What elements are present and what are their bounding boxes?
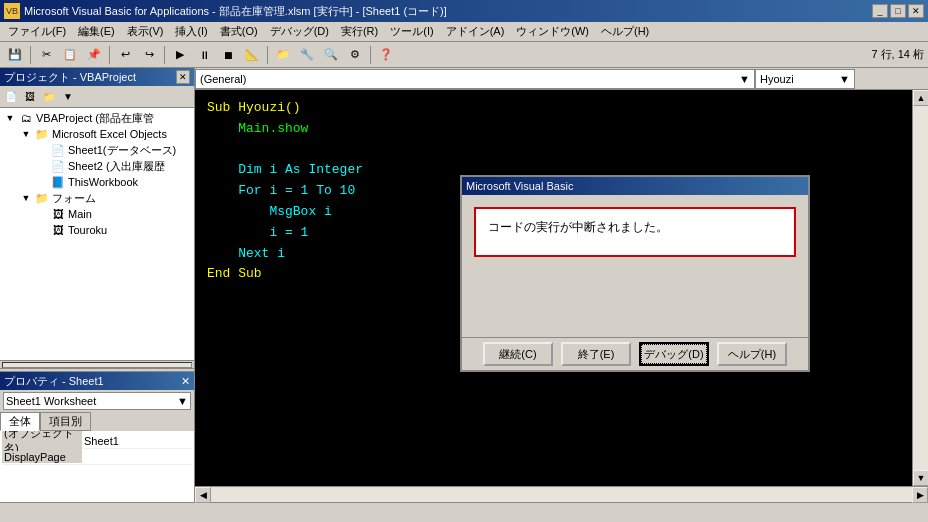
- tb-save[interactable]: 💾: [4, 45, 26, 65]
- menu-window[interactable]: ウィンドウ(W): [510, 23, 595, 40]
- properties-title-text: プロパティ - Sheet1: [4, 374, 104, 389]
- code-line-2: [207, 140, 900, 161]
- minimize-button[interactable]: _: [872, 4, 888, 18]
- tb-redo[interactable]: ↪: [138, 45, 160, 65]
- proc-dropdown[interactable]: Hyouzi ▼: [755, 69, 855, 89]
- tb-undo[interactable]: ↩: [114, 45, 136, 65]
- title-text: Microsoft Visual Basic for Applications …: [24, 4, 872, 19]
- toolbar: 💾 ✂ 📋 📌 ↩ ↪ ▶ ⏸ ⏹ 📐 📁 🔧 🔍 ⚙ ❓ 7 行, 14 桁: [0, 42, 928, 68]
- prop-row-1: DisplayPage: [2, 449, 192, 465]
- dialog-end-button[interactable]: 終了(E): [561, 342, 631, 366]
- tree-item-sheet2[interactable]: 📄 Sheet2 (入出庫履歴: [2, 158, 192, 174]
- properties-panel: プロパティ - Sheet1 ✕ Sheet1 Worksheet ▼ 全体 項…: [0, 372, 194, 502]
- tree-item-sheet1[interactable]: 📄 Sheet1(データベース): [2, 142, 192, 158]
- project-view-code[interactable]: 📄: [2, 88, 20, 106]
- menu-file[interactable]: ファイル(F): [2, 23, 72, 40]
- properties-panel-close[interactable]: ✕: [181, 375, 190, 388]
- project-view-object[interactable]: 🖼: [21, 88, 39, 106]
- tb-break[interactable]: ⏸: [193, 45, 215, 65]
- general-dropdown[interactable]: (General) ▼: [195, 69, 755, 89]
- close-button[interactable]: ✕: [908, 4, 924, 18]
- scroll-up-btn[interactable]: ▲: [913, 90, 928, 106]
- project-toggle-folders[interactable]: 📁: [40, 88, 58, 106]
- tree-exp-wb: [34, 174, 50, 190]
- menu-debug[interactable]: デバッグ(D): [264, 23, 335, 40]
- scroll-down-btn[interactable]: ▼: [913, 470, 928, 486]
- tree-item-thisworkbook[interactable]: 📘 ThisWorkbook: [2, 174, 192, 190]
- tree-expander-root: ▼: [2, 110, 18, 126]
- menu-edit[interactable]: 編集(E): [72, 23, 121, 40]
- properties-content: (オブジェクト名) Sheet1 DisplayPage: [0, 431, 194, 502]
- tree-icon-sheet2: 📄: [50, 158, 66, 174]
- project-scroll-down[interactable]: ▼: [59, 88, 77, 106]
- modal-dialog[interactable]: Microsoft Visual Basic コードの実行が中断されました。 継…: [460, 175, 810, 372]
- tree-icon-forms: 📁: [34, 190, 50, 206]
- proc-dropdown-arrow: ▼: [839, 73, 850, 85]
- status-bar: [0, 502, 928, 522]
- tb-sep4: [267, 46, 268, 64]
- tb-cut[interactable]: ✂: [35, 45, 57, 65]
- tb-projectex[interactable]: 📁: [272, 45, 294, 65]
- cursor-position: 7 行, 14 桁: [871, 47, 924, 62]
- menu-view[interactable]: 表示(V): [121, 23, 170, 40]
- code-scrollbar-h[interactable]: ◀ ▶: [195, 486, 928, 502]
- tb-help[interactable]: ❓: [375, 45, 397, 65]
- tree-exp-sheet1: [34, 142, 50, 158]
- prop-tab-category[interactable]: 項目別: [40, 412, 91, 431]
- tb-copy[interactable]: 📋: [59, 45, 81, 65]
- tree-label-touroku: Touroku: [66, 224, 107, 236]
- tree-label-sheet2: Sheet2 (入出庫履歴: [66, 159, 165, 174]
- left-panel: プロジェクト - VBAProject ✕ 📄 🖼 📁 ▼ ▼ 🗂 VBAPro…: [0, 68, 195, 502]
- scroll-track-v[interactable]: [913, 106, 928, 470]
- code-scrollbar-v[interactable]: ▲ ▼: [912, 90, 928, 486]
- tree-item-touroku[interactable]: 🖼 Touroku: [2, 222, 192, 238]
- project-tree[interactable]: ▼ 🗂 VBAProject (部品在庫管 ▼ 📁 Microsoft Exce…: [0, 108, 194, 360]
- menu-format[interactable]: 書式(O): [214, 23, 264, 40]
- menu-insert[interactable]: 挿入(I): [169, 23, 213, 40]
- tree-icon-root: 🗂: [18, 110, 34, 126]
- tb-objectbrowser[interactable]: 🔍: [320, 45, 342, 65]
- dialog-continue-button[interactable]: 継続(C): [483, 342, 553, 366]
- project-panel-title: プロジェクト - VBAProject ✕: [0, 68, 194, 86]
- menu-addins[interactable]: アドイン(A): [440, 23, 511, 40]
- tree-label-main: Main: [66, 208, 92, 220]
- tree-exp-main: [34, 206, 50, 222]
- scroll-right-btn[interactable]: ▶: [912, 487, 928, 503]
- tb-properties[interactable]: 🔧: [296, 45, 318, 65]
- tree-item-forms[interactable]: ▼ 📁 フォーム: [2, 190, 192, 206]
- modal-message: コードの実行が中断されました。: [474, 207, 796, 257]
- menu-tools[interactable]: ツール(I): [384, 23, 439, 40]
- tb-run[interactable]: ▶: [169, 45, 191, 65]
- tb-sep3: [164, 46, 165, 64]
- properties-panel-title: プロパティ - Sheet1 ✕: [0, 372, 194, 390]
- restore-button[interactable]: □: [890, 4, 906, 18]
- dialog-help-button[interactable]: ヘルプ(H): [717, 342, 787, 366]
- menu-help[interactable]: ヘルプ(H): [595, 23, 655, 40]
- properties-dropdown[interactable]: Sheet1 Worksheet ▼: [3, 392, 191, 410]
- tree-label-excel: Microsoft Excel Objects: [50, 128, 167, 140]
- dialog-debug-button[interactable]: デバッグ(D): [639, 342, 709, 366]
- code-line-0: Sub Hyouzi(): [207, 98, 900, 119]
- scroll-left-btn[interactable]: ◀: [195, 487, 211, 503]
- project-panel-close[interactable]: ✕: [176, 70, 190, 84]
- tree-item-main[interactable]: 🖼 Main: [2, 206, 192, 222]
- tb-mode[interactable]: 📐: [241, 45, 263, 65]
- tree-item-excel-objects[interactable]: ▼ 📁 Microsoft Excel Objects: [2, 126, 192, 142]
- tree-icon-excel: 📁: [34, 126, 50, 142]
- tb-sep1: [30, 46, 31, 64]
- prop-tab-all[interactable]: 全体: [0, 412, 40, 431]
- tree-item-root[interactable]: ▼ 🗂 VBAProject (部品在庫管: [2, 110, 192, 126]
- tree-icon-touroku: 🖼: [50, 222, 66, 238]
- tb-toolbar5[interactable]: ⚙: [344, 45, 366, 65]
- prop-name-1: DisplayPage: [2, 451, 82, 463]
- tree-icon-sheet1: 📄: [50, 142, 66, 158]
- tb-reset[interactable]: ⏹: [217, 45, 239, 65]
- tb-paste[interactable]: 📌: [83, 45, 105, 65]
- code-line-1: Main.show: [207, 119, 900, 140]
- proc-dropdown-value: Hyouzi: [760, 73, 794, 85]
- properties-dropdown-arrow: ▼: [177, 395, 188, 407]
- scroll-track-h[interactable]: [211, 487, 912, 502]
- general-dropdown-value: (General): [200, 73, 246, 85]
- menu-run[interactable]: 実行(R): [335, 23, 384, 40]
- prop-val-0: Sheet1: [82, 435, 192, 447]
